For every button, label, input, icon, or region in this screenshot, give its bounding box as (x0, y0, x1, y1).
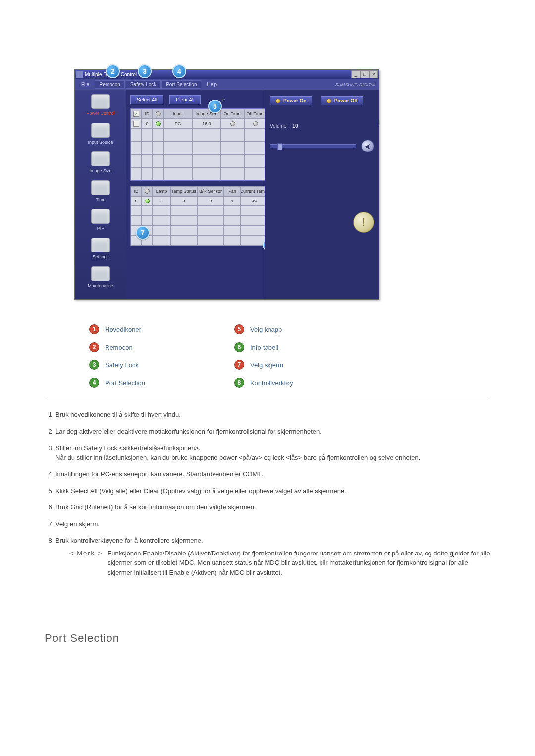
table-row[interactable] (131, 226, 268, 236)
list-text: Når du stiller inn låsefunksjonen, kan d… (55, 454, 420, 461)
note-text: Funksjonen Enable/Disable (Aktiver/Deakt… (107, 549, 490, 578)
callout-5: 5 (208, 100, 222, 113)
list-text: Stiller inn Safety Lock <sikkerhetslåsef… (55, 444, 201, 452)
sidebar-label: Time (96, 197, 106, 202)
sidebar-maintenance[interactable]: Maintenance (77, 266, 124, 288)
table-row[interactable]: 0 PC 16:9 (131, 119, 267, 129)
sidebar: Power Control Input Source Image Size (75, 90, 126, 299)
clear-all-button[interactable]: Clear All (169, 95, 201, 104)
col-on-timer: On Timer (221, 109, 245, 119)
list-item: Bruk kontrollverktøyene for å kontroller… (55, 536, 490, 577)
cell-off-timer (245, 119, 267, 129)
legend-label: Hovedikoner (105, 326, 141, 333)
menu-port-selection[interactable]: Port Selection (161, 80, 201, 89)
cell-on-timer (221, 119, 245, 129)
col-id: ID (131, 186, 142, 196)
sidebar-label: Settings (93, 254, 109, 259)
image-size-icon (91, 151, 110, 166)
sidebar-input-source[interactable]: Input Source (77, 123, 124, 145)
menu-help[interactable]: Help (202, 80, 221, 89)
list-item: Bruk hovedikonene til å skifte til hvert… (55, 410, 490, 420)
sidebar-image-size[interactable]: Image Size (77, 151, 124, 173)
table-row[interactable] (131, 142, 267, 154)
callout-3: 3 (138, 64, 152, 78)
sidebar-pip[interactable]: PIP (77, 209, 124, 231)
speaker-icon[interactable]: ◀) (361, 140, 374, 152)
legend-badge-3: 3 (89, 360, 99, 370)
settings-icon (91, 238, 110, 252)
cell-id: 0 (142, 119, 153, 129)
select-all-button[interactable]: Select All (130, 95, 163, 104)
table-row[interactable]: 0 0 0 0 1 49 (131, 196, 268, 206)
legend-label: Remocon (105, 344, 133, 351)
legend-label: Velg knapp (250, 326, 282, 333)
close-button[interactable]: ✕ (369, 70, 378, 78)
cell-id: 0 (131, 196, 142, 206)
minimize-button[interactable]: _ (351, 70, 360, 78)
table-row[interactable] (131, 154, 267, 167)
control-panel: Power On Power Off Volume 10 (265, 90, 379, 299)
cell-select[interactable] (131, 119, 142, 129)
sidebar-power-control[interactable]: Power Control (77, 94, 124, 116)
pip-icon (91, 209, 110, 224)
display-grid: ✓ ID Input Image Size On Timer Off Timer (130, 108, 267, 181)
table-row[interactable] (131, 236, 268, 246)
list-item: Stiller inn Safety Lock <sikkerhetslåsef… (55, 443, 490, 462)
table-row[interactable] (131, 206, 268, 216)
menu-file[interactable]: File (77, 80, 94, 89)
legend: 1Hovedikoner 2Remocon 3Safety Lock 4Port… (89, 324, 490, 396)
info-grid: ID Lamp Temp.Status B/R Sensor Fan Curre… (130, 186, 268, 246)
legend-label: Info-tabell (250, 344, 278, 351)
section-heading: Port Selection (45, 632, 490, 645)
sidebar-time[interactable]: Time (77, 180, 124, 202)
app-icon (76, 71, 83, 78)
col-id: ID (142, 109, 153, 119)
volume-slider[interactable] (270, 144, 356, 148)
legend-label: Safety Lock (105, 361, 139, 369)
col-temp-status: Temp.Status (170, 186, 197, 196)
suffix-text: le (221, 97, 225, 102)
table-row[interactable] (131, 167, 267, 180)
legend-badge-2: 2 (89, 342, 99, 352)
menubar: File Remocon Safety Lock Port Selection … (75, 79, 379, 90)
window-title: Multiple Display Control (85, 72, 351, 77)
time-icon (91, 180, 110, 195)
power-on-button[interactable]: Power On (270, 96, 312, 105)
menu-remocon[interactable]: Remocon (95, 80, 125, 89)
volume-label: Volume (270, 123, 286, 129)
col-current-temp: Current Temp. (241, 186, 268, 196)
mdc-app-window: Multiple Display Control _ □ ✕ File Remo… (74, 69, 379, 300)
menu-safety-lock[interactable]: Safety Lock (126, 80, 160, 89)
table-row[interactable] (131, 129, 267, 142)
power-dot-icon (275, 99, 280, 103)
sidebar-label: Image Size (89, 168, 111, 173)
sidebar-label: Input Source (88, 140, 113, 145)
power-dot-icon (326, 99, 331, 103)
power-icon (91, 94, 110, 109)
legend-badge-8: 8 (234, 378, 244, 388)
cell-temp-status: 0 (170, 196, 197, 206)
col-off-timer: Off Timer (245, 109, 267, 119)
maximize-button[interactable]: □ (360, 70, 369, 78)
cell-image-size: 16:9 (192, 119, 221, 129)
table-row[interactable] (131, 216, 268, 226)
brand-logo: SAMSUNG DIGITall (333, 80, 377, 89)
cell-status (142, 196, 153, 206)
col-status (153, 109, 163, 119)
col-input: Input (163, 109, 192, 119)
cell-br-sensor: 0 (197, 196, 224, 206)
cell-lamp: 0 (153, 196, 170, 206)
note-label: < Merk > (69, 549, 103, 578)
sidebar-settings[interactable]: Settings (77, 238, 124, 259)
power-off-button[interactable]: Power Off (321, 96, 363, 105)
callout-4: 4 (172, 64, 186, 78)
power-on-label: Power On (283, 98, 307, 103)
power-off-label: Power Off (334, 98, 358, 103)
cell-status (153, 119, 163, 129)
cell-input: PC (163, 119, 192, 129)
alert-icon: ! (353, 212, 374, 233)
titlebar[interactable]: Multiple Display Control _ □ ✕ (75, 70, 379, 79)
volume-value: 10 (292, 123, 298, 129)
list-item: Bruk Grid (Rutenett) for å se kort infor… (55, 503, 490, 512)
sidebar-label: Maintenance (88, 283, 113, 288)
